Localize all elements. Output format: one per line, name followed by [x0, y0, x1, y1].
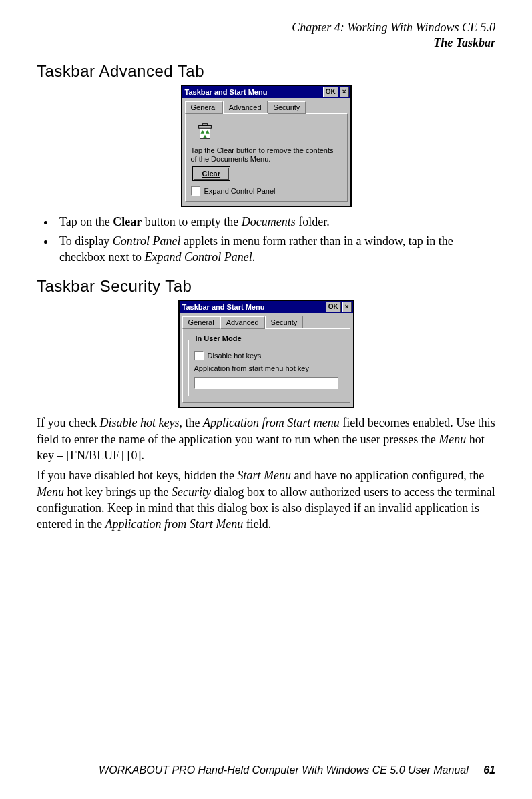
dialog-taskbar-security: Taskbar and Start Menu OK × General Adva…	[178, 300, 354, 408]
dialog-title: Taskbar and Start Menu	[182, 303, 265, 311]
groupbox-legend: In User Mode	[193, 334, 244, 342]
page-footer: WORKABOUT PRO Hand-Held Computer With Wi…	[99, 764, 495, 776]
paragraph-security-dialog: If you have disabled hot keys, hidden th…	[37, 467, 495, 532]
ok-button[interactable]: OK	[323, 87, 338, 97]
dialog-title: Taskbar and Start Menu	[185, 88, 268, 96]
footer-text: WORKABOUT PRO Hand-Held Computer With Wi…	[99, 764, 469, 776]
tab-panel-advanced: Tap the Clear button to remove the conte…	[185, 113, 348, 202]
dialog-taskbar-advanced: Taskbar and Start Menu OK × General Adva…	[181, 85, 352, 207]
paragraph-disable-hotkeys: If you check Disable hot keys, the Appli…	[37, 415, 495, 463]
tab-strip: General Advanced Security	[182, 98, 350, 113]
tab-security[interactable]: Security	[265, 316, 304, 328]
svg-rect-1	[198, 126, 211, 129]
tab-advanced[interactable]: Advanced	[223, 101, 268, 113]
tab-panel-security: In User Mode Disable hot keys Applicatio…	[182, 328, 350, 403]
clear-button[interactable]: Clear	[194, 168, 230, 180]
chapter-line: Chapter 4: Working With Windows CE 5.0	[37, 20, 495, 35]
tab-security[interactable]: Security	[268, 101, 306, 114]
heading-advanced-tab: Taskbar Advanced Tab	[37, 62, 495, 81]
close-button[interactable]: ×	[342, 302, 352, 312]
dialog-titlebar: Taskbar and Start Menu OK ×	[180, 301, 353, 313]
clear-hint-text: Tap the Clear button to remove the conte…	[191, 146, 342, 164]
close-button[interactable]: ×	[340, 87, 349, 97]
page-number: 61	[483, 764, 495, 776]
heading-security-tab: Taskbar Security Tab	[37, 277, 495, 296]
bullet-expand: To display Control Panel applets in menu…	[55, 233, 495, 266]
expand-control-panel-checkbox[interactable]	[191, 186, 200, 196]
expand-control-panel-label: Expand Control Panel	[204, 187, 276, 195]
tab-advanced[interactable]: Advanced	[220, 316, 265, 329]
ok-button[interactable]: OK	[326, 302, 341, 312]
svg-rect-2	[202, 124, 208, 126]
tab-general[interactable]: General	[182, 316, 220, 329]
groupbox-user-mode: In User Mode Disable hot keys Applicatio…	[188, 340, 344, 396]
bullet-clear: Tap on the Clear button to empty the Doc…	[55, 214, 495, 230]
advanced-bullet-list: Tap on the Clear button to empty the Doc…	[55, 214, 495, 265]
dialog-titlebar: Taskbar and Start Menu OK ×	[182, 86, 350, 98]
disable-hot-keys-checkbox[interactable]	[194, 351, 204, 360]
app-hotkey-input[interactable]	[194, 377, 338, 389]
recycle-bin-icon	[195, 121, 215, 141]
page-header: Chapter 4: Working With Windows CE 5.0 T…	[37, 20, 495, 50]
tab-strip: General Advanced Security	[180, 313, 353, 328]
tab-general[interactable]: General	[185, 101, 223, 114]
disable-hot-keys-label: Disable hot keys	[208, 352, 262, 360]
app-hotkey-label: Application from start menu hot key	[194, 364, 338, 373]
section-line: The Taskbar	[37, 35, 495, 51]
